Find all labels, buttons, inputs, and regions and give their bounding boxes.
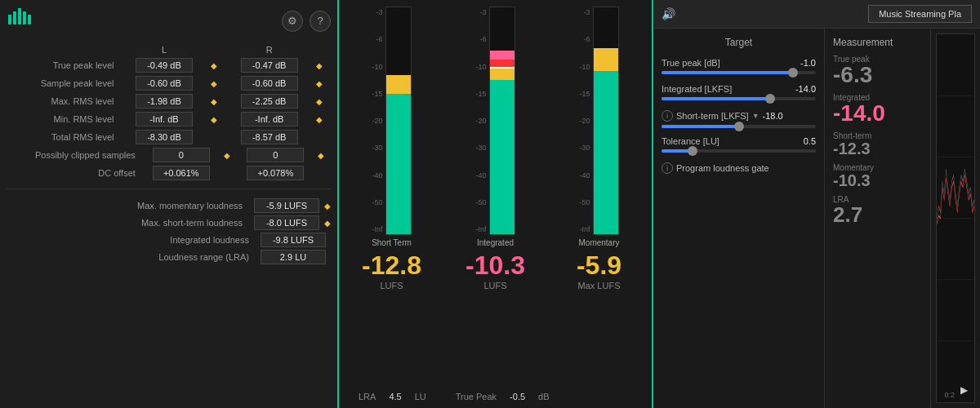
momentary-scale-meter: -3-6-10-15 -20-30-40-50-Inf <box>579 7 618 235</box>
int-green <box>490 80 514 234</box>
loudness-label-2: Integrated loudness <box>7 235 256 245</box>
left-panel: ⚙ ? L R True peak level -0.49 dB ◆ -0.47… <box>0 0 339 408</box>
short-term-meter-group: -3-6-10-15 -20-30-40-50-Inf Short Term -… <box>342 7 441 290</box>
short-term-target-row: i Short-term [LKFS] ▼ -18.0 <box>662 110 816 122</box>
short-term-bar <box>385 7 412 235</box>
short-term-label: Short Term <box>372 238 412 247</box>
true-peak-value-btm: -0.5 <box>510 392 525 401</box>
loudness-row: Loudness range (LRA) 2.9 LU <box>7 250 331 264</box>
short-term-slider[interactable] <box>662 125 816 128</box>
meas-lra-row: LRA 2.7 <box>833 195 922 225</box>
clipped-l-diamond: ◆ <box>224 151 230 160</box>
clipped-l-val: 0 <box>153 148 210 162</box>
metric-l-val-4: -8.30 dB <box>136 130 193 144</box>
tolerance-slider[interactable] <box>662 149 816 153</box>
loudness-row: Max. momentary loudness -5.9 LUFS ◆ <box>7 198 331 213</box>
mom-yellow <box>594 48 618 71</box>
integrated-thumb <box>765 94 775 104</box>
loudness-row: Integrated loudness -9.8 LUFS <box>7 233 331 247</box>
clipped-table: Possibly clipped samples 0 ◆ 0 ◆ DC offs… <box>7 146 331 182</box>
col-r-header: R <box>225 43 313 56</box>
dc-offset-r-val: +0.078% <box>247 166 304 180</box>
waveform-svg <box>937 34 974 402</box>
dc-offset-l-val: +0.061% <box>153 166 210 180</box>
metric-r-diamond-1: ◆ <box>316 79 323 88</box>
metric-r-diamond-3: ◆ <box>316 115 323 124</box>
loudness-value-1: -8.0 LUFS <box>254 215 319 230</box>
true-peak-thumb <box>788 68 798 78</box>
measurement-panel: Measurement True peak -6.3 Integrated -1… <box>825 29 931 408</box>
scale-labels-int: -3-6-10-15 -20-30-40-50-Inf <box>475 7 486 235</box>
meters-container: -3-6-10-15 -20-30-40-50-Inf Short Term -… <box>342 7 648 390</box>
metrics-row: Total RMS level -8.30 dB -8.57 dB <box>7 128 331 146</box>
true-peak-target-label: True peak [dB] -1.0 <box>662 58 816 68</box>
meas-momentary-val: -10.3 <box>833 172 922 188</box>
metric-l-diamond-3: ◆ <box>211 115 217 124</box>
settings-button[interactable]: ⚙ <box>282 11 303 32</box>
int-pink <box>490 51 514 60</box>
program-gate-row: i Program loudness gate <box>662 162 816 174</box>
metric-r-val-0: -0.47 dB <box>241 58 298 73</box>
loudness-rows: Max. momentary loudness -5.9 LUFS ◆ Max.… <box>7 196 331 267</box>
metric-r-val-4: -8.57 dB <box>241 130 298 144</box>
divider <box>7 188 331 189</box>
mom-green <box>594 71 618 234</box>
short-term-fill <box>662 125 739 128</box>
loudness-label-0: Max. momentary loudness <box>7 201 249 211</box>
clipped-r-diamond: ◆ <box>318 151 324 160</box>
metric-l-val-2: -1.98 dB <box>136 94 193 109</box>
metric-r-val-1: -0.60 dB <box>241 76 298 91</box>
momentary-value: -5.9 <box>577 251 621 281</box>
time-label: 0:2 <box>944 391 955 399</box>
metric-l-diamond-2: ◆ <box>211 97 217 106</box>
help-button[interactable]: ? <box>310 11 331 32</box>
metric-l-val-0: -0.49 dB <box>136 58 193 73</box>
target-panel: Target True peak [dB] -1.0 Integrated [L… <box>653 29 825 408</box>
meas-integrated-row: Integrated -14.0 <box>833 93 922 125</box>
metric-label-2: Max. RMS level <box>7 92 121 110</box>
metric-label-0: True peak level <box>7 56 121 74</box>
metrics-row: True peak level -0.49 dB ◆ -0.47 dB ◆ <box>7 56 331 74</box>
short-term-dropdown[interactable]: ▼ <box>752 112 760 120</box>
short-term-info-icon[interactable]: i <box>662 110 673 122</box>
col-l-header: L <box>121 43 208 56</box>
lra-label: LRA <box>359 392 376 401</box>
integrated-target-label: Integrated [LKFS] -14.0 <box>662 84 816 94</box>
play-button[interactable]: ▶ <box>960 384 968 396</box>
streaming-button[interactable]: Music Streaming Pla <box>868 5 972 23</box>
metrics-row: Min. RMS level -Inf. dB ◆ -Inf. dB ◆ <box>7 110 331 128</box>
svg-rect-1 <box>13 11 16 24</box>
svg-rect-4 <box>28 15 31 24</box>
true-peak-slider[interactable] <box>662 71 816 74</box>
integrated-slider[interactable] <box>662 97 816 100</box>
loudness-label-1: Max. short-term loudness <box>7 218 249 228</box>
momentary-bar <box>593 7 619 235</box>
metric-r-diamond-2: ◆ <box>316 97 323 106</box>
int-marker <box>490 67 514 69</box>
meas-momentary-row: Momentary -10.3 <box>833 163 922 188</box>
right-panel: 🔊 Music Streaming Pla Target True peak [… <box>653 0 980 408</box>
meas-short-term-val: -12.3 <box>833 140 922 157</box>
measurement-title: Measurement <box>833 37 922 48</box>
short-term-value: -12.8 <box>362 251 421 281</box>
scale-labels-st: -3-6-10-15 -20-30-40-50-Inf <box>372 7 382 235</box>
integrated-meter-group: -3-6-10-15 -20-30-40-50-Inf Integrated -… <box>446 7 545 290</box>
momentary-meter-group: -3-6-10-15 -20-30-40-50-Inf Momentary -5… <box>550 7 648 290</box>
st-yellow <box>386 75 411 93</box>
graph-panel: ▶ 0:2 <box>931 29 980 408</box>
svg-rect-2 <box>18 8 21 24</box>
top-bar: 🔊 Music Streaming Pla <box>653 0 980 29</box>
right-content: Target True peak [dB] -1.0 Integrated [L… <box>653 29 980 408</box>
loudness-value-3: 2.9 LU <box>261 250 326 264</box>
metric-l-val-1: -0.60 dB <box>136 76 193 91</box>
integrated-unit: LUFS <box>483 281 506 290</box>
dc-offset-label: DC offset <box>7 164 142 182</box>
scale-labels-mom: -3-6-10-15 -20-30-40-50-Inf <box>579 7 590 235</box>
loudness-diamond-1: ◆ <box>324 219 331 228</box>
integrated-value: -10.3 <box>466 251 525 281</box>
loudness-value-0: -5.9 LUFS <box>254 198 319 213</box>
tolerance-target-row: Tolerance [LU] 0.5 <box>662 136 816 153</box>
program-gate-icon[interactable]: i <box>662 162 673 174</box>
int-yellow <box>490 69 514 80</box>
integrated-fill <box>662 97 769 100</box>
